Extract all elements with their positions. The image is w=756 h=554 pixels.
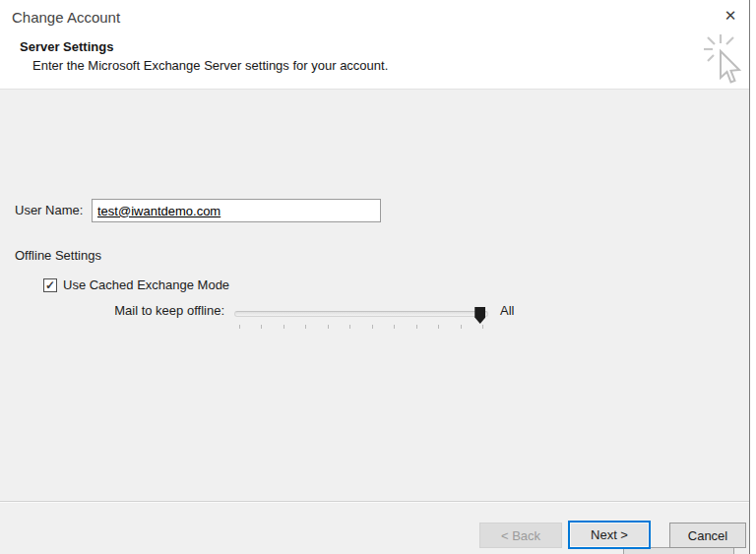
slider-ticks — [239, 325, 483, 330]
mail-offline-label: Mail to keep offline: — [15, 303, 224, 318]
footer-divider — [0, 501, 749, 503]
slider-thumb[interactable] — [474, 307, 485, 324]
window-title: Change Account — [12, 9, 120, 26]
mail-offline-slider — [234, 303, 488, 331]
cached-exchange-mode-checkbox[interactable]: ✓ — [43, 278, 57, 292]
dialog-header: Change Account ✕ Server Settings Enter t… — [0, 0, 749, 90]
checkmark-icon: ✓ — [45, 279, 55, 291]
dialog-content: User Name: Offline Settings ✓ Use Cached… — [0, 91, 749, 501]
change-account-dialog: Change Account ✕ Server Settings Enter t… — [0, 0, 750, 554]
cached-exchange-mode-row: ✓ Use Cached Exchange Mode — [43, 277, 229, 292]
close-button[interactable]: ✕ — [718, 3, 743, 29]
next-button[interactable]: Next > — [568, 521, 651, 549]
page-title: Server Settings — [20, 39, 113, 54]
page-subtitle: Enter the Microsoft Exchange Server sett… — [32, 58, 388, 73]
cancel-button[interactable]: Cancel — [669, 523, 746, 548]
screenshot-stage: Change Account ✕ Server Settings Enter t… — [0, 0, 756, 554]
back-button[interactable]: < Back — [479, 523, 562, 548]
user-name-input[interactable] — [92, 199, 381, 222]
close-icon: ✕ — [724, 7, 737, 25]
cached-exchange-mode-label: Use Cached Exchange Mode — [63, 277, 229, 292]
slider-value-label: All — [500, 303, 514, 318]
click-cursor-starburst-icon — [701, 34, 744, 91]
slider-track[interactable] — [234, 311, 488, 317]
offline-settings-label: Offline Settings — [15, 248, 101, 263]
user-name-label: User Name: — [15, 203, 83, 217]
